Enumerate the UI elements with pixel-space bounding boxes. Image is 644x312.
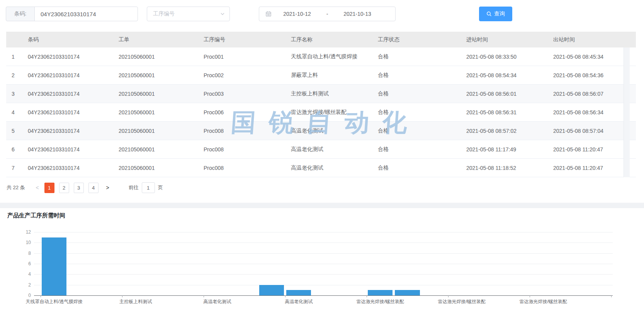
process-number-select[interactable]: 工序编号 <box>147 7 230 21</box>
row-index: 4 <box>6 109 28 115</box>
pagination-bar: 共 22 条 < 1234 > 前往 页 <box>7 182 644 193</box>
x-axis-category-label: 主控板上料测试 <box>119 298 152 305</box>
page-button-1[interactable]: 1 <box>44 183 54 193</box>
jump-suffix: 页 <box>158 184 163 191</box>
cell: 天线罩自动上料/透气膜焊接 <box>291 53 378 60</box>
y-axis-tick-label: 8 <box>15 251 31 256</box>
cell: Proc006 <box>204 109 291 115</box>
x-axis-category-label: 天线罩自动上料/透气膜焊接 <box>26 298 83 305</box>
scrollbar-gutter <box>624 32 630 47</box>
date-start-value[interactable]: 2021-10-12 <box>272 11 323 17</box>
scrollbar-gutter <box>624 159 630 177</box>
gridline <box>34 242 613 243</box>
cell: 202105060001 <box>119 72 204 78</box>
column-header: 工单 <box>119 36 204 43</box>
cell: 04Y23062103310174 <box>28 72 119 78</box>
cell: 2021-05-08 11:17:49 <box>466 146 553 153</box>
page-button-3[interactable]: 3 <box>74 183 84 193</box>
column-header: 出站时间 <box>553 36 624 43</box>
cell: 2021-05-08 08:56:34 <box>553 109 624 115</box>
column-header: 工序编号 <box>204 36 291 43</box>
cell: 04Y23062103310174 <box>28 91 119 97</box>
cell: 2021-05-08 08:57:04 <box>553 128 624 134</box>
row-index: 7 <box>6 165 28 171</box>
scrollbar-gutter <box>624 66 630 85</box>
x-axis-category-label: 高温老化测试 <box>203 298 231 305</box>
x-axis-category-label: 雷达激光焊接/螺丝装配 <box>357 298 404 305</box>
y-axis-tick-label: 10 <box>15 240 31 245</box>
jump-page-input[interactable] <box>142 182 155 193</box>
scrollbar-gutter <box>624 122 630 140</box>
page-buttons: 1234 <box>42 183 101 193</box>
barcode-label: 条码: <box>6 7 35 21</box>
gridline <box>34 264 613 264</box>
date-range-separator: - <box>323 11 332 17</box>
cell: 04Y23062103310174 <box>28 54 119 60</box>
query-results-panel: 条码: 工序编号 2021-10-12 - 2021 <box>0 0 644 203</box>
cell: 202105060001 <box>119 128 204 134</box>
cell: Proc003 <box>204 91 291 97</box>
page-button-2[interactable]: 2 <box>59 183 69 193</box>
cell: 2021-05-08 11:20:47 <box>553 165 624 171</box>
x-axis-category-label: 雷达激光焊接/螺丝装配 <box>520 298 567 305</box>
cell: 2021-05-08 08:57:02 <box>466 128 553 134</box>
column-header: 条码 <box>28 36 119 43</box>
scrollbar-gutter <box>624 47 630 66</box>
table-row: 2 04Y23062103310174202105060001Proc002屏蔽… <box>6 66 636 85</box>
table-row: 3 04Y23062103310174202105060001Proc003主控… <box>6 85 636 103</box>
row-index: 2 <box>6 72 28 78</box>
cell: 202105060001 <box>119 109 204 115</box>
cell: Proc008 <box>204 146 291 153</box>
cell: 高温老化测试 <box>291 164 378 171</box>
page-button-4[interactable]: 4 <box>88 183 99 193</box>
barcode-input[interactable] <box>34 7 138 21</box>
x-axis-tick <box>367 295 367 297</box>
cell: 2021-05-08 08:45:34 <box>553 54 624 60</box>
cell: 2021-05-08 11:20:47 <box>553 146 624 153</box>
page-jumper: 前往 页 <box>129 182 163 193</box>
table-header-row: 条码工单工序编号工序名称工序状态进站时间出站时间 <box>6 32 636 47</box>
gridline <box>34 253 613 254</box>
cell: 主控板上料测试 <box>291 90 378 97</box>
gridline <box>34 295 613 296</box>
cell: 2021-05-08 08:56:01 <box>466 91 553 97</box>
next-page-button[interactable]: > <box>103 183 112 193</box>
cell: 合格 <box>378 53 466 60</box>
y-axis-tick-label: 2 <box>15 282 31 288</box>
cell: 202105060001 <box>119 146 204 153</box>
cell: 202105060001 <box>119 165 204 171</box>
bar <box>286 290 311 295</box>
table-row: 5 04Y23062103310174202105060001Proc008高温… <box>6 122 636 140</box>
cell: Proc002 <box>204 72 291 78</box>
cell: 合格 <box>378 127 466 134</box>
row-index: 5 <box>6 128 28 134</box>
cell: 合格 <box>378 164 466 171</box>
cell: 合格 <box>378 146 466 153</box>
cell: 屏蔽罩上料 <box>291 72 378 79</box>
cell: Proc001 <box>204 54 291 60</box>
query-button[interactable]: 查询 <box>479 7 512 21</box>
date-range-picker[interactable]: 2021-10-12 - 2021-10-13 <box>259 7 396 21</box>
x-axis-tick <box>530 295 530 297</box>
cell: 04Y23062103310174 <box>28 128 119 134</box>
process-duration-chart-panel: 产品生产工序所需时间 024681012天线罩自动上料/透气膜焊接主控板上料测试… <box>0 208 644 312</box>
date-end-value[interactable]: 2021-10-13 <box>332 11 383 17</box>
bar-chart: 024681012天线罩自动上料/透气膜焊接主控板上料测试高温老化测试高温老化测… <box>0 208 644 312</box>
barcode-field-group: 条码: <box>6 7 138 21</box>
cell: 2021-05-08 08:56:31 <box>466 109 553 115</box>
prev-page-button[interactable]: < <box>33 183 42 193</box>
x-axis-tick <box>611 295 612 297</box>
bar <box>259 285 284 295</box>
pagination-total: 共 22 条 <box>7 184 25 191</box>
y-axis-tick-label: 6 <box>15 261 31 266</box>
process-select-placeholder: 工序编号 <box>153 10 220 17</box>
cell: 04Y23062103310174 <box>28 165 119 171</box>
cell: 2021-05-08 08:56:07 <box>553 91 624 97</box>
cell: 高温老化测试 <box>291 127 378 134</box>
search-toolbar: 条码: 工序编号 2021-10-12 - 2021 <box>0 0 644 32</box>
table-row: 1 04Y23062103310174202105060001Proc001天线… <box>6 47 636 66</box>
calendar-icon <box>265 11 272 17</box>
x-axis-tick <box>41 295 41 297</box>
cell: 04Y23062103310174 <box>28 146 119 153</box>
process-records-table: 条码工单工序编号工序名称工序状态进站时间出站时间 1 04Y2306210331… <box>6 32 636 177</box>
